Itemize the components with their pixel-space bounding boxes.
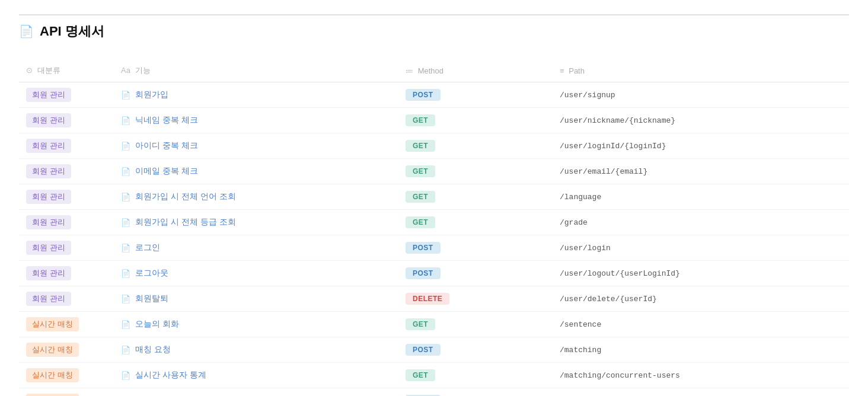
feature-cell[interactable]: 📄회원탈퇴 [114,286,398,312]
path-cell: /user/logout/{userLoginId} [553,261,849,286]
table-row[interactable]: 회원 관리📄이메일 중복 체크GET/user/email/{email} [19,159,849,184]
feature-cell[interactable]: 📄회원가입 시 전체 등급 조회 [114,210,398,235]
table-row[interactable]: 회원 관리📄회원탈퇴DELETE/user/delete/{userId} [19,286,849,312]
page-header: 📄 API 명세서 [19,14,849,47]
method-cell: GET [398,363,553,388]
feature-cell[interactable]: 📄이메일 중복 체크 [114,159,398,184]
category-badge: 회원 관리 [26,139,71,153]
doc-icon: 📄 [121,193,130,202]
table-row[interactable]: 실시간 매칭📄오늘의 회화GET/sentence [19,312,849,337]
method-cell: GET [398,312,553,337]
feature-cell[interactable]: 📄닉네임 중복 체크 [114,108,398,133]
category-cell: 회원 관리 [19,261,114,286]
feature-cell[interactable]: 📄오늘의 회화 [114,312,398,337]
path-cell: /matching/{sessionId} [553,388,849,397]
category-cell: 실시간 매칭 [19,388,114,397]
table-row[interactable]: 회원 관리📄아이디 중복 체크GET/user/loginId/{loginId… [19,133,849,159]
category-cell: 실시간 매칭 [19,363,114,388]
table-row[interactable]: 회원 관리📄회원가입 시 전체 언어 조회GET/language [19,184,849,210]
feature-col-icon: Aa [121,66,130,75]
feature-text: 회원탈퇴 [135,293,168,304]
method-cell: GET [398,210,553,235]
doc-icon: 📄 [121,346,130,355]
feature-text: 매칭 요청 [135,344,171,355]
method-badge: GET [406,114,435,126]
col-header-method: ≔ Method [398,59,553,82]
feature-text: 실시간 사용자 통계 [135,370,206,381]
doc-icon: 📄 [121,371,130,380]
doc-icon: 📄 [121,142,130,151]
feature-text: 로그아웃 [135,268,168,279]
category-cell: 회원 관리 [19,133,114,159]
path-cell: /matching [553,337,849,363]
path-cell: /user/email/{email} [553,159,849,184]
category-badge: 실시간 매칭 [26,368,79,382]
feature-cell[interactable]: 📄아이디 중복 체크 [114,133,398,159]
feature-text: 오늘의 회화 [135,319,179,330]
doc-icon: 📄 [121,218,130,227]
feature-cell[interactable]: 📄로그인 [114,235,398,261]
method-cell: GET [398,159,553,184]
doc-icon: 📄 [121,269,130,278]
table-row[interactable]: 회원 관리📄로그인POST/user/login [19,235,849,261]
path-cell: /user/signup [553,82,849,108]
method-cell: POST [398,388,553,397]
method-cell: POST [398,235,553,261]
table-row[interactable]: 회원 관리📄회원가입 시 전체 등급 조회GET/grade [19,210,849,235]
api-table: ⊙ 대분류 Aa 기능 ≔ Method ≡ Path 회원 관리📄회원가입PO… [19,59,849,396]
path-cell: /user/login [553,235,849,261]
category-col-icon: ⊙ [26,66,33,75]
doc-icon: 📄 [121,91,130,100]
category-cell: 실시간 매칭 [19,337,114,363]
feature-text: 회원가입 시 전체 등급 조회 [135,217,236,228]
table-body: 회원 관리📄회원가입POST/user/signup회원 관리📄닉네임 중복 체… [19,82,849,397]
table-row[interactable]: 회원 관리📄로그아웃POST/user/logout/{userLoginId} [19,261,849,286]
doc-icon: 📄 [121,320,130,329]
path-cell: /user/delete/{userId} [553,286,849,312]
col-header-path: ≡ Path [553,59,849,82]
method-cell: GET [398,133,553,159]
method-badge: POST [406,344,441,356]
doc-icon: 📄 [121,295,130,304]
method-cell: GET [398,184,553,210]
feature-text: 이메일 중복 체크 [135,166,198,177]
category-badge: 실시간 매칭 [26,343,79,357]
category-badge: 회원 관리 [26,292,71,306]
method-cell: POST [398,261,553,286]
category-badge: 회원 관리 [26,215,71,229]
method-badge: GET [406,318,435,330]
table-row[interactable]: 실시간 매칭📄실시간 사용자 통계GET/matching/concurrent… [19,363,849,388]
path-cell: /user/loginId/{loginId} [553,133,849,159]
table-row[interactable]: 실시간 매칭📄Token 발급 및 WebSocket URL 반환POST/m… [19,388,849,397]
category-badge: 실시간 매칭 [26,317,79,331]
feature-cell[interactable]: 📄회원가입 시 전체 언어 조회 [114,184,398,210]
method-badge: GET [406,165,435,177]
method-cell: GET [398,108,553,133]
category-cell: 회원 관리 [19,286,114,312]
category-cell: 회원 관리 [19,184,114,210]
feature-text: 회원가입 [135,90,168,100]
feature-text: 로그인 [135,242,160,253]
method-badge: GET [406,216,435,228]
method-cell: DELETE [398,286,553,312]
feature-cell[interactable]: 📄실시간 사용자 통계 [114,363,398,388]
method-cell: POST [398,82,553,108]
method-col-icon: ≔ [406,66,413,75]
feature-cell[interactable]: 📄회원가입 [114,82,398,108]
table-row[interactable]: 회원 관리📄닉네임 중복 체크GET/user/nickname/{nickna… [19,108,849,133]
table-row[interactable]: 회원 관리📄회원가입POST/user/signup [19,82,849,108]
feature-cell[interactable]: 📄로그아웃 [114,261,398,286]
path-cell: /matching/concurrent-users [553,363,849,388]
feature-cell[interactable]: 📄Token 발급 및 WebSocket URL 반환 [114,388,398,397]
category-badge: 회원 관리 [26,113,71,127]
category-badge: 회원 관리 [26,190,71,204]
method-badge: POST [406,89,441,101]
method-cell: POST [398,337,553,363]
table-row[interactable]: 실시간 매칭📄매칭 요청POST/matching [19,337,849,363]
method-badge: POST [406,242,441,254]
path-cell: /user/nickname/{nickname} [553,108,849,133]
doc-icon: 📄 [121,116,130,125]
feature-cell[interactable]: 📄매칭 요청 [114,337,398,363]
method-badge: DELETE [406,293,449,305]
category-cell: 회원 관리 [19,108,114,133]
